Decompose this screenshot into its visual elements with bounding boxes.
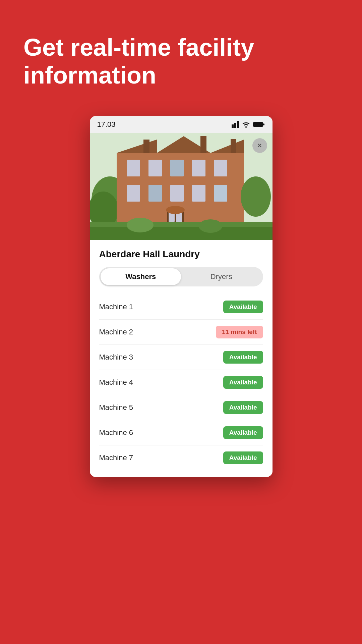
wifi-icon: [242, 121, 250, 128]
page-headline: Get real-time facility information: [23, 34, 258, 89]
svg-rect-25: [214, 185, 227, 202]
building-image: ×: [90, 133, 273, 240]
svg-rect-31: [90, 227, 273, 240]
status-badge: 11 mins left: [216, 326, 263, 338]
machine-name: Machine 1: [99, 303, 133, 311]
svg-marker-2: [237, 121, 239, 128]
machine-row: Machine 211 mins left: [99, 320, 263, 345]
status-badge: Available: [223, 426, 263, 439]
svg-rect-24: [192, 185, 205, 202]
status-badge: Available: [223, 376, 263, 389]
machine-row: Machine 4Available: [99, 370, 263, 395]
status-time: 17.03: [97, 120, 116, 129]
machine-row: Machine 1Available: [99, 294, 263, 320]
svg-rect-17: [148, 160, 162, 176]
status-bar: 17.03: [90, 116, 273, 133]
svg-rect-5: [263, 123, 264, 125]
machine-name: Machine 5: [99, 403, 133, 412]
svg-rect-14: [200, 136, 206, 153]
machine-row: Machine 6Available: [99, 420, 263, 445]
svg-rect-13: [143, 140, 149, 153]
svg-rect-16: [127, 160, 140, 176]
close-button[interactable]: ×: [252, 138, 267, 153]
svg-marker-0: [232, 124, 234, 128]
svg-point-33: [199, 219, 222, 233]
status-badge: Available: [223, 351, 263, 364]
close-icon: ×: [257, 142, 262, 149]
card-content: Aberdare Hall Laundry Washers Dryers Mac…: [90, 240, 273, 477]
status-badge: Available: [223, 301, 263, 313]
status-badge: Available: [223, 401, 263, 414]
signal-icon: [232, 121, 239, 128]
page-container: Get real-time facility information 17.03: [0, 0, 362, 644]
svg-rect-15: [231, 139, 236, 153]
tab-washers[interactable]: Washers: [101, 268, 181, 285]
machine-name: Machine 4: [99, 378, 133, 387]
machine-name: Machine 6: [99, 428, 133, 437]
svg-point-29: [166, 206, 185, 214]
facility-name: Aberdare Hall Laundry: [99, 249, 263, 260]
svg-rect-19: [192, 160, 205, 176]
svg-rect-23: [170, 185, 184, 202]
svg-point-34: [241, 176, 271, 217]
svg-marker-1: [234, 123, 236, 128]
machine-row: Machine 3Available: [99, 345, 263, 370]
svg-rect-22: [148, 185, 162, 202]
svg-point-32: [127, 218, 154, 232]
svg-point-3: [245, 126, 247, 128]
machine-name: Machine 2: [99, 328, 133, 336]
svg-rect-21: [127, 185, 140, 202]
tab-switcher: Washers Dryers: [99, 267, 263, 286]
building-svg: [90, 133, 273, 240]
machine-name: Machine 7: [99, 453, 133, 462]
machine-row: Machine 7Available: [99, 445, 263, 470]
status-icons: [232, 121, 265, 128]
machine-row: Machine 5Available: [99, 395, 263, 420]
battery-icon: [253, 121, 265, 127]
svg-rect-18: [170, 160, 184, 176]
svg-rect-4: [253, 122, 263, 127]
svg-rect-20: [214, 160, 227, 176]
machine-name: Machine 3: [99, 353, 133, 362]
status-badge: Available: [223, 451, 263, 464]
tab-dryers[interactable]: Dryers: [181, 268, 262, 285]
machine-list: Machine 1AvailableMachine 211 mins leftM…: [99, 294, 263, 470]
phone-mockup: 17.03: [90, 116, 273, 477]
